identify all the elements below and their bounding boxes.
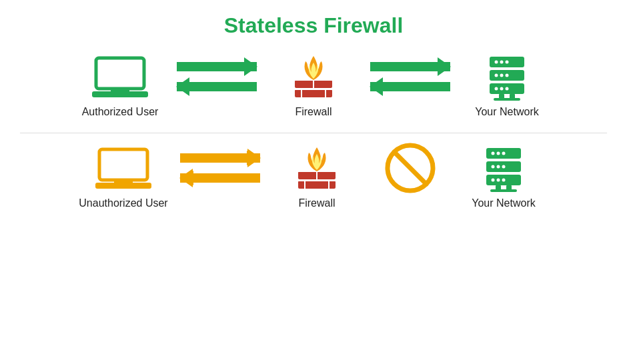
svg-rect-33 (298, 181, 336, 189)
svg-point-19 (495, 87, 498, 91)
unauthorized-user-label: Unauthorized User (79, 197, 167, 209)
authorized-user-icon (90, 54, 150, 101)
svg-rect-25 (99, 149, 147, 180)
network-label-1: Your Network (475, 106, 538, 118)
authorized-user-label: Authorized User (82, 106, 159, 118)
svg-marker-29 (247, 151, 260, 165)
arrow-right-1 (177, 59, 257, 74)
svg-point-21 (506, 87, 509, 91)
svg-point-14 (500, 61, 504, 64)
svg-point-45 (497, 152, 500, 155)
firewall-icon-1 (283, 54, 344, 101)
svg-point-50 (492, 179, 495, 182)
svg-rect-55 (490, 189, 517, 192)
svg-point-51 (497, 179, 500, 182)
svg-rect-0 (96, 58, 144, 89)
svg-point-20 (500, 87, 504, 91)
unauthorized-user-node: Unauthorized User (70, 145, 177, 209)
block-symbol-column (370, 141, 450, 195)
arrow-left-2 (370, 79, 450, 94)
svg-point-46 (502, 152, 506, 155)
unauthorized-user-icon (93, 145, 153, 192)
svg-point-18 (506, 74, 509, 77)
arrow-left-3 (180, 171, 260, 185)
page-title: Stateless Firewall (224, 13, 404, 38)
svg-point-44 (492, 152, 495, 155)
network-node-1: Your Network (454, 54, 560, 118)
firewall-icon-2 (287, 145, 347, 192)
authorized-arrows-2 (367, 59, 454, 94)
svg-rect-30 (193, 173, 260, 183)
authorized-row: Authorized User Firewall (20, 54, 607, 118)
firewall-label-1: Firewall (295, 106, 332, 118)
svg-rect-28 (180, 153, 247, 163)
unauthorized-row: Unauthorized User (20, 141, 607, 213)
authorized-arrows (173, 59, 260, 94)
network-icon-2 (474, 145, 534, 192)
svg-rect-24 (494, 98, 520, 101)
authorized-user-node: Authorized User (67, 54, 173, 118)
arrow-right-2 (370, 59, 450, 74)
arrow-left-1 (177, 79, 257, 94)
network-icon-1 (477, 54, 537, 101)
svg-line-40 (394, 152, 426, 184)
svg-rect-4 (295, 89, 332, 97)
svg-point-47 (492, 165, 495, 169)
svg-marker-31 (180, 171, 193, 185)
section-divider (20, 133, 607, 133)
block-icon (384, 141, 437, 195)
svg-point-48 (497, 165, 500, 169)
svg-point-52 (502, 179, 506, 182)
svg-point-49 (502, 165, 506, 169)
firewall-node-2: Firewall (263, 145, 370, 209)
svg-point-13 (495, 61, 498, 64)
firewall-node-1: Firewall (260, 54, 367, 118)
arrow-right-3 (180, 151, 260, 165)
network-label-2: Your Network (472, 197, 535, 209)
unauthorized-arrows (177, 151, 263, 185)
svg-point-15 (506, 61, 509, 64)
firewall-label-2: Firewall (298, 197, 335, 209)
svg-point-17 (500, 74, 504, 77)
network-node-2: Your Network (450, 145, 557, 209)
svg-point-16 (495, 74, 498, 77)
